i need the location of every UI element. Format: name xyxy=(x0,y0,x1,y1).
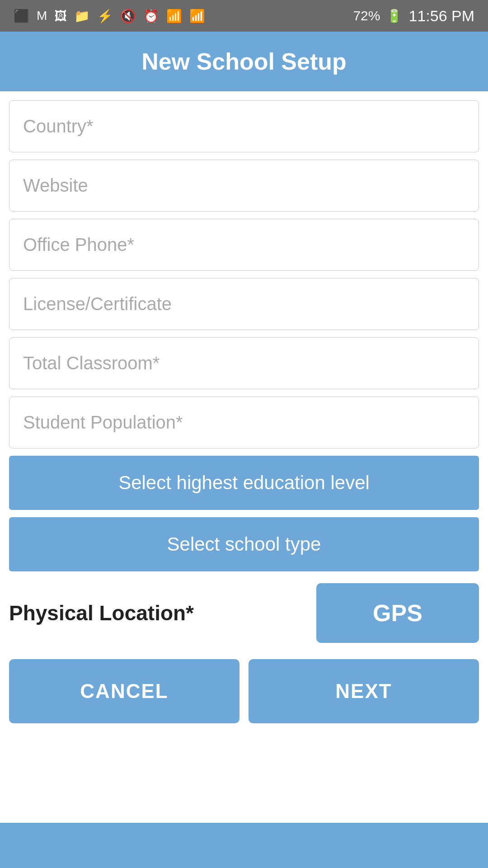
website-input[interactable] xyxy=(9,160,479,212)
cancel-button[interactable]: CANCEL xyxy=(9,659,239,723)
signal-icon: 📶 xyxy=(189,9,205,24)
page-title: New School Setup xyxy=(141,48,347,75)
student-population-input[interactable] xyxy=(9,396,479,448)
status-bar: ⬛ M 🖼 📁 ⚡ 🔇 ⏰ 📶 📶 72% 🔋 11:56 PM xyxy=(0,0,488,32)
folder-icon: 📁 xyxy=(74,9,90,24)
select-school-type-button[interactable]: Select school type xyxy=(9,517,479,571)
physical-location-row: Physical Location* GPS xyxy=(9,583,479,643)
form-container: Select highest education level Select sc… xyxy=(0,91,488,823)
physical-location-label: Physical Location* xyxy=(9,601,194,625)
total-classroom-input[interactable] xyxy=(9,337,479,389)
next-button[interactable]: NEXT xyxy=(249,659,479,723)
mute-icon: 🔇 xyxy=(120,9,136,24)
office-phone-input[interactable] xyxy=(9,219,479,271)
gps-button[interactable]: GPS xyxy=(316,583,479,643)
page-header: New School Setup xyxy=(0,32,488,91)
select-education-level-button[interactable]: Select highest education level xyxy=(9,456,479,510)
alarm-icon: ⏰ xyxy=(143,9,159,24)
notification-icon: ⬛ xyxy=(14,9,29,24)
time-display: 11:56 PM xyxy=(408,7,474,25)
battery-percentage: 72% xyxy=(353,8,380,24)
battery-icon: 🔋 xyxy=(386,9,402,24)
bottom-buttons-row: CANCEL NEXT xyxy=(9,659,479,732)
status-left-icons: ⬛ M 🖼 📁 ⚡ 🔇 ⏰ 📶 📶 xyxy=(14,9,205,24)
image-icon: 🖼 xyxy=(54,9,67,24)
bluetooth-icon: ⚡ xyxy=(97,9,113,24)
country-input[interactable] xyxy=(9,100,479,152)
footer-bar xyxy=(0,823,488,868)
status-right-info: 72% 🔋 11:56 PM xyxy=(353,7,474,25)
wifi-icon: 📶 xyxy=(166,9,182,24)
license-input[interactable] xyxy=(9,278,479,330)
gmail-icon: M xyxy=(37,9,47,23)
